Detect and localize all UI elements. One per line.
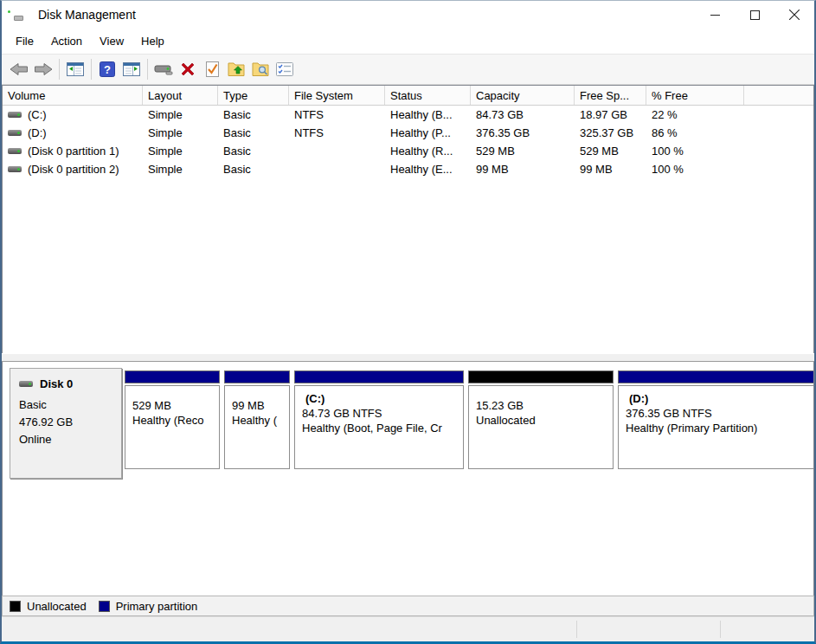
volume-free-space: 325.37 GB — [575, 126, 646, 139]
partition-efi[interactable]: 99 MB Healthy ( — [224, 370, 290, 479]
status-bar-separator — [720, 621, 721, 638]
partition-d[interactable]: (D:) 376.35 GB NTFS Healthy (Primary Par… — [618, 370, 814, 479]
legend-primary-label: Primary partition — [116, 600, 198, 613]
volume-capacity: 99 MB — [471, 163, 575, 176]
disk-size: 476.92 GB — [19, 416, 121, 428]
window-title: Disk Management — [38, 8, 136, 22]
partition-size: 376.35 GB NTFS — [626, 406, 813, 421]
volume-percent-free: 22 % — [646, 108, 744, 121]
partition-c[interactable]: (C:) 84.73 GB NTFS Healthy (Boot, Page F… — [294, 370, 464, 479]
volume-name: (C:) — [28, 108, 47, 121]
close-icon — [789, 10, 800, 20]
column-header-volume[interactable]: Volume — [3, 86, 143, 105]
partitions: 529 MB Healthy (Reco 99 MB Healthy ( — [125, 370, 814, 479]
toolbar-separator — [147, 59, 148, 80]
minimize-button[interactable] — [695, 1, 735, 29]
disk-device-button[interactable] — [151, 57, 176, 81]
legend-bar: Unallocated Primary partition — [2, 596, 814, 616]
show-action-pane-button[interactable] — [119, 57, 144, 81]
column-header-layout[interactable]: Layout — [143, 86, 218, 105]
legend-primary-partition: Primary partition — [99, 600, 198, 613]
folder-up-button[interactable] — [224, 57, 248, 81]
volume-name: (Disk 0 partition 1) — [28, 145, 119, 158]
partition-status: Unallocated — [476, 413, 613, 428]
minimize-icon — [710, 10, 720, 20]
partition-size: 99 MB — [232, 398, 289, 413]
close-button[interactable] — [774, 1, 814, 29]
partition-size: 15.23 GB — [476, 398, 613, 413]
partition-color-strip — [618, 370, 814, 383]
maximize-icon — [750, 10, 760, 20]
partition-recovery[interactable]: 529 MB Healthy (Reco — [125, 370, 220, 479]
partition-details: (D:) 376.35 GB NTFS Healthy (Primary Par… — [618, 385, 814, 469]
disk-type: Basic — [19, 399, 121, 411]
volume-drive-icon — [8, 112, 22, 118]
disk-0-row: Disk 0 Basic 476.92 GB Online 529 MB Hea… — [10, 368, 813, 479]
menu-file[interactable]: File — [7, 31, 42, 51]
table-row[interactable]: (D:) Simple Basic NTFS Healthy (P... 376… — [3, 124, 813, 142]
primary-partition-swatch — [99, 601, 110, 612]
disk-drive-icon — [19, 381, 33, 387]
help-button[interactable]: ? — [95, 57, 119, 81]
volume-type: Basic — [218, 126, 289, 139]
column-header-status[interactable]: Status — [385, 86, 471, 105]
properties-check-button[interactable] — [200, 57, 224, 81]
disk-management-app-icon — [12, 9, 29, 22]
help-icon: ? — [100, 61, 115, 77]
table-row[interactable]: (Disk 0 partition 1) Simple Basic Health… — [3, 142, 813, 160]
menu-action[interactable]: Action — [42, 31, 91, 51]
partition-unallocated[interactable]: 15.23 GB Unallocated — [468, 370, 614, 479]
folder-search-icon — [252, 62, 269, 77]
console-tree-icon — [67, 62, 84, 76]
back-button[interactable] — [7, 57, 31, 81]
partition-details: 529 MB Healthy (Reco — [125, 385, 220, 469]
volume-percent-free: 100 % — [646, 145, 744, 158]
table-row[interactable]: (Disk 0 partition 2) Simple Basic Health… — [3, 160, 813, 178]
volume-free-space: 18.97 GB — [575, 108, 646, 121]
volume-layout: Simple — [143, 108, 218, 121]
forward-button[interactable] — [31, 57, 55, 81]
partition-label: (D:) — [626, 391, 813, 406]
column-header-file-system[interactable]: File System — [289, 86, 385, 105]
volume-file-system: NTFS — [289, 126, 385, 139]
toolbar: ? — [2, 54, 814, 85]
volume-capacity: 84.73 GB — [471, 108, 575, 121]
column-header-percent-free[interactable]: % Free — [646, 86, 744, 105]
partition-size: 84.73 GB NTFS — [302, 406, 463, 421]
volume-capacity: 376.35 GB — [471, 126, 575, 139]
volume-status: Healthy (P... — [385, 126, 471, 139]
delete-button[interactable] — [176, 57, 200, 81]
delete-x-icon — [180, 61, 196, 77]
checklist-icon — [276, 62, 293, 76]
column-header-type[interactable]: Type — [218, 86, 289, 105]
volume-drive-icon — [8, 130, 22, 136]
partition-size: 529 MB — [132, 398, 219, 413]
folder-up-arrow-icon — [228, 62, 245, 77]
volume-list: Volume Layout Type File System Status Ca… — [2, 85, 814, 353]
legend-unallocated: Unallocated — [10, 600, 87, 613]
column-header-capacity[interactable]: Capacity — [471, 86, 575, 105]
menu-view[interactable]: View — [91, 31, 132, 51]
legend-unallocated-label: Unallocated — [27, 600, 87, 613]
folder-explore-button[interactable] — [248, 57, 273, 81]
partition-status: Healthy (Reco — [132, 413, 219, 428]
view-options-button[interactable] — [273, 57, 297, 81]
volume-capacity: 529 MB — [471, 145, 575, 158]
maximize-button[interactable] — [735, 1, 774, 29]
volume-file-system: NTFS — [289, 108, 385, 121]
show-console-tree-button[interactable] — [63, 57, 87, 81]
volume-type: Basic — [218, 108, 289, 121]
volume-rows: (C:) Simple Basic NTFS Healthy (B... 84.… — [3, 106, 813, 353]
table-row[interactable]: (C:) Simple Basic NTFS Healthy (B... 84.… — [3, 106, 813, 124]
status-bar — [2, 616, 814, 641]
disk-0-info-panel[interactable]: Disk 0 Basic 476.92 GB Online — [10, 368, 122, 479]
unallocated-swatch — [10, 601, 21, 612]
disk-graphical-view: Disk 0 Basic 476.92 GB Online 529 MB Hea… — [2, 362, 814, 596]
menu-help[interactable]: Help — [132, 31, 173, 51]
partition-status: Healthy ( — [232, 413, 289, 428]
column-header-free-space[interactable]: Free Sp... — [575, 86, 646, 105]
pane-splitter[interactable] — [2, 353, 814, 362]
volume-type: Basic — [218, 163, 289, 176]
volume-status: Healthy (E... — [385, 163, 471, 176]
action-pane-icon — [123, 62, 140, 76]
